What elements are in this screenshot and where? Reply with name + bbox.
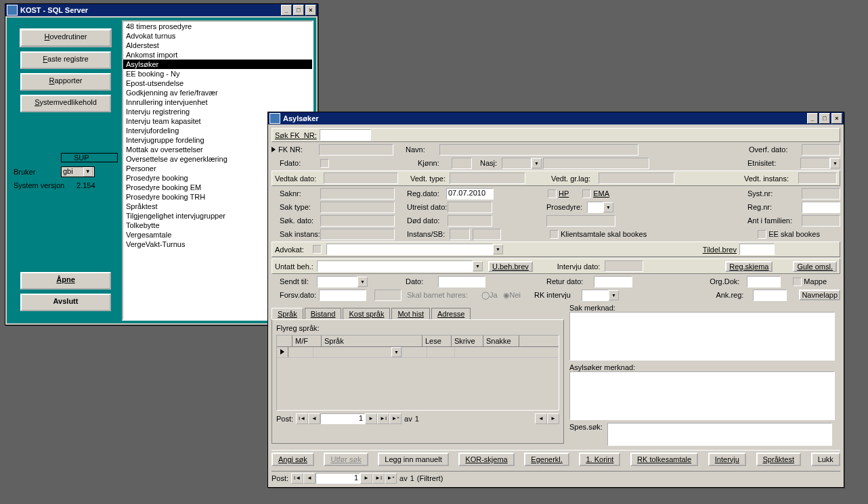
lukk-button[interactable]: Lukk — [811, 453, 840, 466]
prosedyre-dropdown-icon[interactable]: ▼ — [603, 202, 613, 212]
etnisitet-input[interactable] — [800, 158, 830, 169]
scroll-left-icon[interactable]: ◄ — [535, 413, 547, 424]
etnisitet-dropdown-icon[interactable]: ▼ — [830, 158, 840, 168]
instans-input[interactable] — [450, 229, 470, 240]
spraktest-button[interactable]: Språktest — [756, 453, 801, 466]
nav-last-icon[interactable]: ►I — [377, 413, 389, 424]
tildelbrev-input[interactable] — [739, 244, 775, 255]
tab-språk[interactable]: Språk — [272, 308, 303, 319]
asy-titlebar[interactable]: Asylsøker _ □ × — [268, 112, 844, 124]
utreist-input[interactable] — [448, 202, 492, 213]
sb-input[interactable] — [473, 229, 501, 240]
list-item[interactable]: Ankomst import — [123, 50, 312, 60]
korint-button[interactable]: 1. Korint — [579, 453, 620, 466]
fdato-check[interactable] — [320, 159, 329, 168]
sendttil-input[interactable] — [317, 276, 357, 288]
prosedyre-input[interactable] — [587, 202, 603, 213]
nav-input[interactable]: 1 — [316, 473, 360, 484]
forsvdato-input[interactable] — [319, 290, 366, 301]
hp-check[interactable] — [548, 189, 557, 198]
kost-titlebar[interactable]: KOST - SQL Server _ □ × — [5, 4, 318, 16]
nasj-text[interactable] — [543, 158, 649, 169]
kor-button[interactable]: KOR-skjema — [458, 453, 514, 466]
saknr-input[interactable] — [320, 188, 395, 200]
tab-kost-språk[interactable]: Kost språk — [343, 308, 390, 319]
avslutt-button[interactable]: Avslutt — [20, 294, 111, 311]
list-item[interactable]: Epost-utsendelse — [123, 78, 312, 88]
ubehbrev-button[interactable]: U.beh.brev — [488, 261, 533, 272]
nav-last-icon[interactable]: ►I — [372, 473, 385, 484]
prosedyre-text[interactable] — [546, 215, 615, 227]
nasj-input[interactable] — [502, 158, 531, 169]
chevron-down-icon[interactable]: ▼ — [83, 167, 93, 177]
list-item[interactable]: Asylsøker — [123, 60, 312, 69]
advokat-check[interactable] — [313, 245, 322, 254]
list-item[interactable]: EE booking - Ny — [123, 69, 312, 78]
navnelapp-button[interactable]: Navnelapp — [799, 290, 840, 300]
kjonn-input[interactable] — [452, 158, 472, 169]
record-selector-icon[interactable] — [272, 147, 276, 152]
list-item[interactable]: Alderstest — [123, 41, 312, 50]
maximize-icon[interactable]: □ — [293, 5, 304, 16]
nei-radio[interactable]: Nei — [510, 291, 521, 299]
antfam-input[interactable] — [802, 215, 840, 227]
returdato-input[interactable] — [594, 276, 632, 288]
sok-fk-input[interactable] — [320, 129, 371, 141]
list-item[interactable]: 48 timers prosedyre — [123, 22, 312, 31]
intervju-button[interactable]: Intervju — [708, 453, 746, 466]
nav-new-icon[interactable]: ►* — [389, 413, 402, 424]
eeskal-check[interactable] — [758, 230, 766, 239]
list-item[interactable]: Godkjenning av ferie/fravær — [123, 88, 312, 97]
nav-prev-icon[interactable]: ◄ — [308, 413, 320, 424]
vedttype-input[interactable] — [450, 173, 525, 184]
nav-input[interactable]: 1 — [320, 413, 365, 424]
utforsok-button[interactable]: Utfør søk — [324, 453, 368, 466]
egen-button[interactable]: Egenerkl. — [524, 453, 569, 466]
intervjudato-input[interactable] — [605, 260, 643, 272]
forsv-extra-input[interactable] — [374, 290, 402, 301]
close-icon[interactable]: × — [305, 5, 316, 16]
minimize-icon[interactable]: _ — [281, 5, 292, 16]
hovedrutiner-button[interactable]: Hovedrutiner — [20, 28, 112, 47]
sakinstans-input[interactable] — [320, 229, 395, 240]
rkintervju-dropdown-icon[interactable]: ▼ — [609, 290, 619, 300]
mappe-check[interactable] — [793, 277, 802, 286]
tab-mot-hist[interactable]: Mot hist — [391, 308, 430, 319]
list-item[interactable]: Innrullering intervjuenhet — [123, 97, 312, 107]
sokdato-input[interactable] — [320, 215, 395, 227]
guleomsl-button[interactable]: Gule omsl. — [793, 261, 837, 272]
cell-lese[interactable] — [402, 347, 427, 357]
faste-registre-button[interactable]: Faste registre — [20, 51, 111, 69]
advokat-input[interactable] — [326, 244, 493, 255]
regdato-input[interactable]: 07.07.2010 — [446, 188, 494, 200]
regnr-input[interactable] — [802, 202, 840, 213]
fknr-input[interactable] — [319, 144, 393, 156]
tab-bistand[interactable]: Bistand — [305, 308, 342, 319]
minimize-icon[interactable]: _ — [807, 113, 818, 124]
asymerk-textarea[interactable] — [569, 371, 835, 420]
navn-input[interactable] — [439, 144, 638, 156]
dato-input[interactable] — [438, 276, 485, 288]
systemvedlikehold-button[interactable]: Systemvedlikehold — [20, 95, 111, 112]
legginn-button[interactable]: Legg inn manuelt — [378, 453, 448, 466]
scroll-right-icon[interactable]: ► — [547, 413, 559, 424]
doddato-input[interactable] — [448, 215, 492, 227]
sprak-dropdown-icon[interactable]: ▼ — [391, 347, 402, 357]
advokat-dropdown-icon[interactable]: ▼ — [493, 244, 503, 254]
sakmerk-textarea[interactable] — [569, 312, 835, 361]
list-item[interactable]: Advokat turnus — [123, 31, 312, 41]
klientsamtale-check[interactable] — [550, 230, 559, 239]
bruker-select[interactable]: gbi▼ — [61, 166, 95, 177]
nav-next-icon[interactable]: ► — [365, 413, 377, 424]
rkintervju-input[interactable] — [582, 290, 609, 301]
untatt-dropdown-icon[interactable]: ▼ — [473, 261, 483, 271]
apne-button[interactable]: Åpne — [20, 272, 111, 290]
cell-snakke[interactable] — [455, 347, 486, 357]
close-icon[interactable]: × — [831, 113, 842, 124]
nav-first-icon[interactable]: I◄ — [296, 413, 308, 424]
nav-new-icon[interactable]: ►* — [385, 473, 397, 484]
ankreg-input[interactable] — [753, 290, 787, 301]
cell-skrive[interactable] — [427, 347, 455, 357]
vedtgrlag-input[interactable] — [599, 173, 674, 184]
cell-sprak[interactable]: ▼ — [313, 347, 402, 357]
